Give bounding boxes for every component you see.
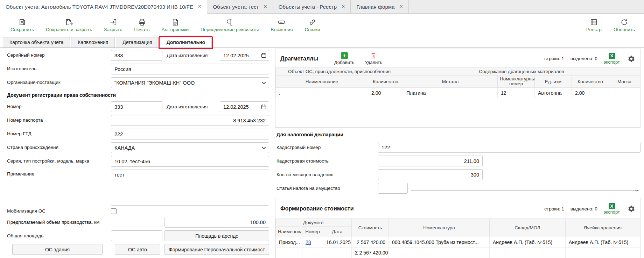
window-tab-registry[interactable]: Объекты учета - Реестр × [273, 0, 351, 13]
gtd-number-input[interactable] [111, 129, 269, 139]
series-model-input[interactable] [111, 156, 269, 167]
cadastral-value-label: Кадастровая стоимость [276, 158, 378, 164]
attachments-button[interactable]: Вложения [271, 18, 293, 32]
chain-link-icon [308, 18, 316, 26]
ownership-months-input[interactable] [378, 169, 483, 180]
cost-table-row[interactable]: Приход... 28 16.01.2025 2 567 420.00 000… [276, 237, 640, 248]
print-button[interactable]: Печать [134, 18, 149, 32]
cell-quantity[interactable]: 2.00 [368, 88, 403, 98]
toolbar-label: Периодические реквизиты [201, 27, 259, 32]
window-tab-object-card[interactable]: Объект учета: Автомобиль TOYOTA RAV4 JTM… [0, 0, 207, 14]
add-row-label: Добавить [334, 60, 354, 65]
refresh-button[interactable]: Обновить [614, 18, 635, 32]
cell-name[interactable]: . [276, 88, 368, 98]
close-icon[interactable]: × [399, 4, 402, 9]
dragmetals-header-right: строки: 1 выделено: 0 X экспорт [544, 53, 635, 65]
passport-number-input[interactable] [111, 115, 269, 126]
links-button[interactable]: Связки [304, 18, 320, 32]
supplier-input[interactable] [111, 77, 269, 88]
passport-number-label: Номер паспорта [7, 117, 111, 123]
window-tab-main-form[interactable]: Главная форма × [351, 0, 408, 13]
window-tab-object-test[interactable]: Объект учета: тест × [207, 0, 273, 13]
serial-number-input[interactable] [111, 50, 162, 61]
app-window: Объект учета: Автомобиль TOYOTA RAV4 JTM… [0, 0, 644, 258]
add-row-button[interactable]: + Добавить [334, 52, 354, 65]
tab-detail[interactable]: Детализация [116, 37, 159, 48]
rented-area-button[interactable]: Площадь в аренде [164, 230, 269, 241]
tab-capex[interactable]: Капвложения [71, 37, 115, 48]
initial-cost-formation-button[interactable]: Формирование Первоначальной стоимост [164, 244, 269, 255]
registry-button[interactable]: Реестр [586, 18, 602, 32]
settings-gear-button[interactable] [628, 55, 635, 63]
dragmetals-table-row[interactable]: . 2.00 Платина 12 Автотонна 2.00 [276, 88, 640, 98]
origin-country-input[interactable] [111, 142, 269, 153]
cell-storage-cell[interactable]: Андреев А.П. (Таб. №515) [566, 237, 640, 248]
field-row-area: Общая площадь Площадь в аренде [7, 230, 272, 241]
production-volume-input[interactable] [164, 217, 269, 228]
column-header: Стоимость [352, 219, 389, 237]
tax-declaration-section: Для налоговой декларации Кадастровый ном… [276, 132, 640, 194]
acceptance-act-button[interactable]: Акт приемки [162, 18, 189, 32]
column-header: Количество [368, 76, 403, 88]
field-row-volume: Предполагаемый объем производства, км [7, 217, 272, 228]
cell-quantity-2[interactable]: 2.00 [572, 88, 609, 98]
total-area-input[interactable] [111, 230, 162, 241]
note-textarea[interactable]: тест [111, 170, 269, 206]
column-header: Дата [323, 227, 352, 237]
cadastral-value-input[interactable] [378, 156, 483, 166]
manufacture-date-field [220, 50, 269, 61]
document-number-link[interactable]: 28 [306, 239, 311, 245]
field-row-serial: Серийный номер Дата изготовления [7, 50, 272, 61]
cell-unit[interactable]: Автотонна [535, 88, 572, 98]
column-header: Количество [572, 76, 609, 88]
tab-additional[interactable]: Дополнительно [160, 37, 212, 48]
close-icon[interactable]: × [264, 4, 267, 9]
cell-nomenclature[interactable]: 000.4859.1045.000 Труба из термост... [389, 237, 490, 248]
cell-metal[interactable]: Платина [403, 88, 498, 98]
close-icon[interactable]: × [198, 4, 201, 9]
toolbar-right-group: Реестр Обновить [586, 18, 635, 32]
close-button[interactable]: Закрыть [104, 18, 122, 32]
settings-gear-button[interactable] [628, 205, 635, 213]
calendar-icon[interactable] [261, 52, 267, 58]
excel-icon: X [609, 203, 615, 209]
cell-doc-date[interactable]: 16.01.2025 [323, 237, 352, 248]
chevron-down-icon[interactable] [262, 146, 266, 150]
column-header: Номер [302, 227, 323, 237]
tab-object-card[interactable]: Карточка объекта учета [3, 37, 70, 48]
cell-mass[interactable] [609, 88, 640, 98]
cell-warehouse[interactable]: Андреев А.П. (Таб. №515) [490, 237, 566, 248]
origin-country-select[interactable] [111, 142, 269, 153]
cadastral-number-input[interactable] [378, 142, 640, 153]
cell-empty [302, 248, 323, 258]
excel-export-button[interactable]: X экспорт [604, 203, 620, 215]
periodic-requisites-button[interactable]: Периодические реквизиты [201, 18, 259, 32]
cell-nomenclature-number[interactable]: 12 [498, 88, 535, 98]
column-header: Склад/МОЛ [490, 219, 566, 237]
toolbar-label: Закрыть [104, 27, 122, 32]
save-and-close-button[interactable]: Сохранить и закрыть [46, 18, 92, 32]
mobilization-checkbox[interactable] [111, 208, 117, 214]
cell-empty [490, 248, 566, 258]
field-row-note: Примечание тест [7, 170, 272, 206]
supplier-select[interactable] [111, 77, 269, 88]
os-auto-button[interactable]: ОС авто [115, 244, 160, 255]
column-header: Ед. изм [535, 76, 572, 88]
cell-doc-name[interactable]: Приход... [276, 237, 302, 248]
chevron-down-icon[interactable] [262, 81, 266, 85]
export-label: экспорт [604, 59, 620, 65]
tabbar-filler [409, 0, 644, 13]
property-tax-article-lookup[interactable] [411, 186, 639, 191]
manufacturer-input[interactable] [111, 64, 269, 74]
chevron-down-icon [635, 189, 638, 192]
delete-row-button[interactable]: Удалить [365, 52, 382, 65]
save-button[interactable]: Сохранить [10, 18, 34, 32]
os-buildings-button[interactable]: ОС здания [12, 244, 103, 255]
calendar-icon[interactable] [261, 104, 267, 110]
cell-cost[interactable]: 2 567 420.00 [352, 237, 389, 248]
cell-empty [276, 248, 302, 258]
property-tax-article-code-input[interactable] [378, 183, 408, 194]
close-icon[interactable]: × [342, 4, 345, 9]
doc-number-input[interactable] [111, 101, 162, 112]
excel-export-button[interactable]: X экспорт [604, 53, 620, 65]
